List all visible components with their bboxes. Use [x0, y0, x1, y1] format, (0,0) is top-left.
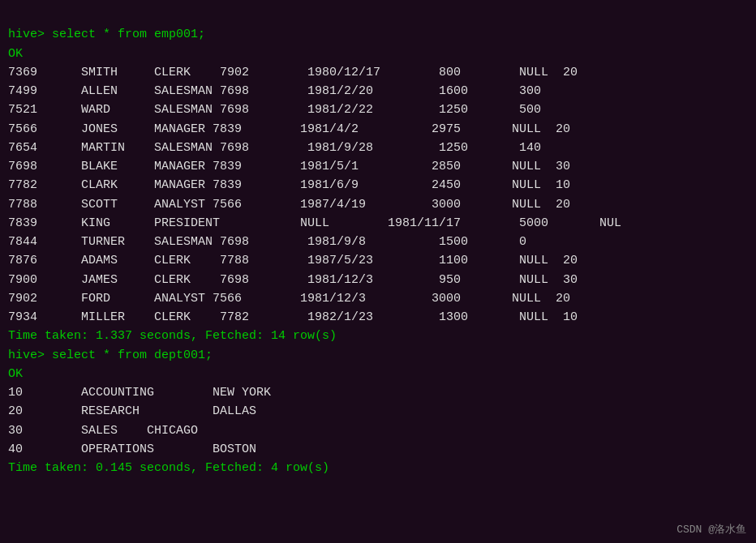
- line-1: hive> select * from emp001;: [8, 28, 205, 41]
- line-22: 40 OPERATIONS BOSTON: [8, 443, 256, 456]
- line-11: 7839 KING PRESIDENT NULL 1981/11/17 5000…: [8, 216, 621, 230]
- line-10: 7788 SCOTT ANALYST 7566 1987/4/19 3000 N…: [8, 198, 570, 212]
- line-3: 7369 SMITH CLERK 7902 1980/12/17 800 NUL…: [8, 66, 578, 79]
- line-2: OK: [8, 47, 23, 61]
- line-16: 7934 MILLER CLERK 7782 1982/1/23 1300 NU…: [8, 310, 578, 324]
- line-13: 7876 ADAMS CLERK 7788 1987/5/23 1100 NUL…: [8, 254, 578, 267]
- line-9: 7782 CLARK MANAGER 7839 1981/6/9 2450 NU…: [8, 178, 570, 192]
- line-19: 10 ACCOUNTING NEW YORK: [8, 386, 271, 400]
- line-12: 7844 TURNER SALESMAN 7698 1981/9/8 1500 …: [8, 235, 526, 249]
- line-15: 7902 FORD ANALYST 7566 1981/12/3 3000 NU…: [8, 292, 570, 306]
- line-5: 7521 WARD SALESMAN 7698 1981/2/22 1250 5…: [8, 103, 541, 117]
- terminal-output: hive> select * from emp001; OK 7369 SMIT…: [0, 0, 756, 484]
- line-timing-1: Time taken: 1.337 seconds, Fetched: 14 r…: [8, 329, 337, 343]
- watermark: CSDN @洛水鱼: [677, 522, 746, 537]
- line-8: 7698 BLAKE MANAGER 7839 1981/5/1 2850 NU…: [8, 160, 570, 173]
- line-18: OK: [8, 367, 23, 381]
- line-21: 30 SALES CHICAGO: [8, 424, 198, 438]
- line-6: 7566 JONES MANAGER 7839 1981/4/2 2975 NU…: [8, 122, 570, 136]
- line-14: 7900 JAMES CLERK 7698 1981/12/3 950 NULL…: [8, 273, 578, 287]
- line-timing-2: Time taken: 0.145 seconds, Fetched: 4 ro…: [8, 461, 329, 475]
- line-20: 20 RESEARCH DALLAS: [8, 404, 256, 418]
- line-4: 7499 ALLEN SALESMAN 7698 1981/2/20 1600 …: [8, 84, 541, 98]
- line-7: 7654 MARTIN SALESMAN 7698 1981/9/28 1250…: [8, 141, 541, 155]
- line-17: hive> select * from dept001;: [8, 348, 213, 362]
